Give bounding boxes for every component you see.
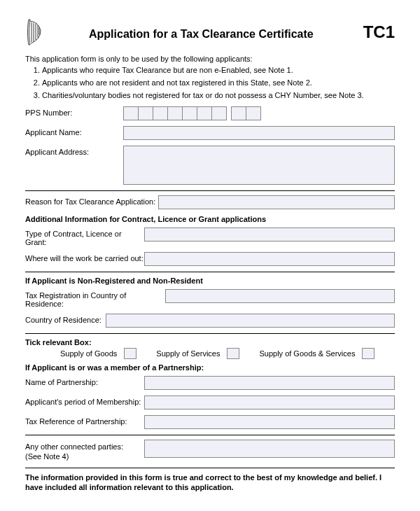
country-res-field[interactable] [106, 314, 395, 328]
name-row: Applicant Name: [25, 126, 395, 140]
pps-cell[interactable] [211, 106, 227, 120]
supply-services-checkbox[interactable] [227, 348, 239, 359]
intro-text: This application form is only to be used… [25, 55, 395, 63]
pps-boxes [123, 106, 260, 120]
address-field[interactable] [123, 146, 395, 185]
pps-cell[interactable] [123, 106, 139, 120]
partner-name-label: Name of Partnership: [25, 376, 144, 386]
name-label: Applicant Name: [25, 126, 123, 136]
partner-period-label: Applicant's period of Membership: [25, 396, 144, 406]
notes-list: Applicants who require Tax Clearance but… [25, 66, 395, 99]
partner-name-row: Name of Partnership: [25, 376, 395, 390]
pps-label: PPS Number: [25, 106, 123, 117]
supply-both-checkbox[interactable] [362, 348, 374, 359]
form-page: Application for a Tax Clearance Certific… [0, 0, 420, 511]
tick-header: Tick relevant Box: [25, 338, 395, 346]
nonreg-header: If Applicant is Non-Registered and Non-R… [25, 276, 395, 285]
supply-services-label: Supply of Services [156, 349, 220, 358]
pps-cell[interactable] [231, 106, 246, 120]
country-res-row: Country of Residence: [25, 314, 395, 328]
pps-row: PPS Number: [25, 106, 395, 120]
additional-header: Additional Information for Contract, Lic… [25, 215, 395, 223]
partner-tax-row: Tax Reference of Partnership: [25, 415, 395, 429]
tax-reg-country-field[interactable] [165, 289, 395, 303]
supply-both-label: Supply of Goods & Services [259, 349, 355, 358]
reason-row: Reason for Tax Clearance Application: [25, 195, 395, 209]
pps-cell[interactable] [153, 106, 168, 120]
partner-tax-field[interactable] [144, 415, 395, 429]
divider [25, 333, 395, 334]
supply-goods-label: Supply of Goods [60, 349, 117, 358]
pps-cell[interactable] [138, 106, 153, 120]
divider [25, 272, 395, 272]
pps-cell[interactable] [197, 106, 212, 120]
tax-reg-country-label: Tax Registration in Country of Residence… [25, 289, 165, 308]
work-where-label: Where will the work be carried out: [25, 252, 144, 262]
partner-name-field[interactable] [144, 376, 395, 390]
doc-code: TC1 [359, 22, 395, 42]
contract-type-row: Type of Contract, Licence or Grant: [25, 227, 395, 246]
connected-label: Any other connected parties: (See Note 4… [25, 440, 144, 462]
contract-type-field[interactable] [144, 227, 395, 241]
tax-reg-country-row: Tax Registration in Country of Residence… [25, 289, 395, 308]
connected-field[interactable] [144, 440, 395, 458]
declaration-text: The information provided in this form is… [25, 472, 395, 493]
pps-cell[interactable] [182, 106, 197, 120]
partner-period-field[interactable] [144, 396, 395, 410]
reason-field[interactable] [158, 195, 395, 209]
connected-row: Any other connected parties: (See Note 4… [25, 440, 395, 462]
page-title: Application for a Tax Clearance Certific… [43, 28, 359, 41]
work-where-row: Where will the work be carried out: [25, 252, 395, 266]
tick-row: Supply of Goods Supply of Services Suppl… [25, 348, 395, 359]
note-item: Charities/voluntary bodies not registere… [42, 91, 395, 99]
divider [25, 468, 395, 468]
header: Application for a Tax Clearance Certific… [25, 18, 395, 46]
address-row: Applicant Address: [25, 146, 395, 185]
reason-label: Reason for Tax Clearance Application: [25, 195, 158, 206]
country-res-label: Country of Residence: [25, 314, 106, 324]
note-item: Applicants who require Tax Clearance but… [42, 66, 395, 74]
divider [25, 190, 395, 191]
name-field[interactable] [123, 126, 395, 140]
divider [25, 435, 395, 435]
pps-cell[interactable] [246, 106, 261, 120]
pps-cell[interactable] [167, 106, 183, 120]
connected-note4-text: (See Note 4) [25, 451, 144, 461]
address-label: Applicant Address: [25, 146, 123, 156]
supply-goods-checkbox[interactable] [124, 348, 136, 359]
work-where-field[interactable] [144, 252, 395, 266]
contract-type-label: Type of Contract, Licence or Grant: [25, 227, 144, 246]
title-wrap: Application for a Tax Clearance Certific… [43, 24, 359, 41]
partnership-header: If Applicant is or was a member of a Par… [25, 363, 395, 372]
note-item: Applicants who are not resident and not … [42, 78, 395, 87]
partner-period-row: Applicant's period of Membership: [25, 396, 395, 410]
connected-parties-text: Any other connected parties: [25, 442, 144, 451]
harp-icon [25, 18, 43, 46]
partner-tax-label: Tax Reference of Partnership: [25, 415, 144, 426]
